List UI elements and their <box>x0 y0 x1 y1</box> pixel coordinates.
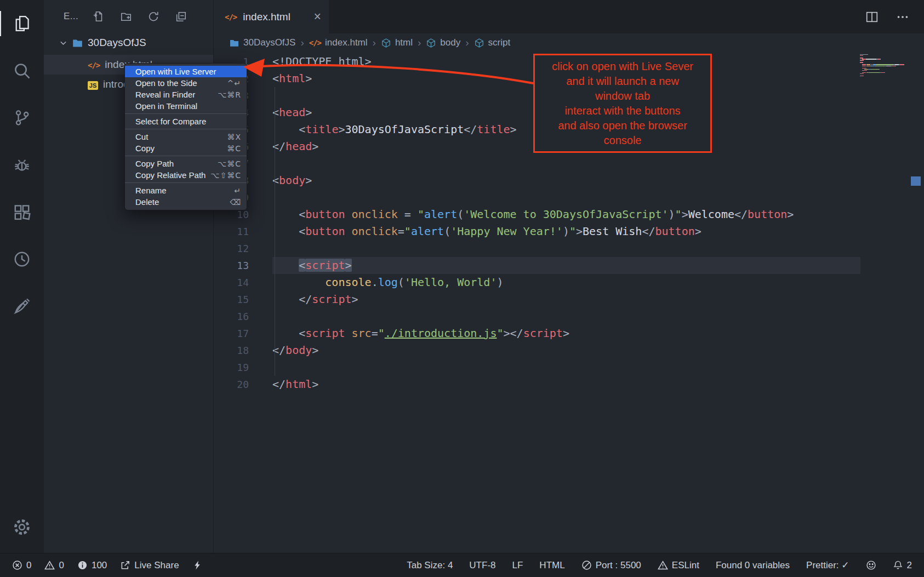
menu-item-open-to-the-side[interactable]: Open to the Side^↵ <box>125 77 247 89</box>
warning-icon <box>658 560 668 570</box>
symbol-cube-icon <box>381 38 391 48</box>
status-eslint[interactable]: ESLint <box>658 560 699 571</box>
menu-item-copy-relative-path[interactable]: Copy Relative Path⌥⇧⌘C <box>125 169 247 181</box>
status-live-share[interactable]: Live Share <box>120 560 179 571</box>
symbol-cube-icon <box>426 38 436 48</box>
status-errors[interactable]: 0 <box>12 560 31 571</box>
activity-bar-item-source-control[interactable] <box>0 94 44 141</box>
menu-item-copy-path[interactable]: Copy Path⌥⌘C <box>125 158 247 169</box>
split-editor-icon[interactable] <box>865 10 879 24</box>
status-feedback[interactable] <box>866 560 876 570</box>
status-eol[interactable]: LF <box>512 560 523 571</box>
code-line-8[interactable]: 8<body> <box>214 172 924 189</box>
collapse-all-icon[interactable] <box>175 10 187 22</box>
status-encoding[interactable]: UTF-8 <box>469 560 495 571</box>
line-number: 13 <box>214 257 249 274</box>
breadcrumb-item-30DaysOfJS[interactable]: 30DaysOfJS <box>229 37 295 48</box>
menu-item-open-with-live-server[interactable]: Open with Live Server <box>125 66 247 77</box>
status-live-server-port[interactable]: Port : 5500 <box>581 560 641 571</box>
activity-bar-item-custom-extension[interactable] <box>0 283 44 330</box>
menu-item-rename[interactable]: Rename↵ <box>125 185 247 196</box>
code-line-13[interactable]: 13 <script> <box>214 257 924 274</box>
close-icon[interactable]: × <box>314 10 321 23</box>
menu-separator <box>125 129 247 129</box>
annotation-box: click on open with Live Severand it will… <box>533 54 712 153</box>
breadcrumb-item-script[interactable]: script <box>474 37 511 48</box>
code-line-14[interactable]: 14 console.log('Hello, World') <box>214 274 924 291</box>
status-go-live[interactable] <box>192 560 203 570</box>
code-line-7[interactable]: 7 <box>214 155 924 172</box>
error-icon <box>12 560 22 570</box>
folder-row-30DaysOfJS[interactable]: 30DaysOfJS <box>44 33 213 53</box>
status-tab-size[interactable]: Tab Size: 4 <box>407 560 453 571</box>
activity-bar-item-search[interactable] <box>0 47 44 94</box>
tab-bar: </> index.html × <box>214 0 924 33</box>
activity-bar-item-explorer[interactable] <box>0 0 44 47</box>
menu-separator <box>125 182 247 183</box>
status-notifications[interactable]: 2 <box>893 560 912 571</box>
extensions-icon <box>12 202 32 222</box>
line-content <box>272 155 860 172</box>
status-warnings[interactable]: 0 <box>44 560 64 571</box>
code-line-15[interactable]: 15 </script> <box>214 291 924 308</box>
new-folder-icon[interactable] <box>120 10 132 22</box>
code-line-10[interactable]: 10 <button onclick = "alert('Welcome to … <box>214 206 924 223</box>
overview-ruler-marker <box>911 176 921 186</box>
menu-item-delete[interactable]: Delete⌫ <box>125 196 247 208</box>
code-line-19[interactable]: 19 <box>214 359 924 376</box>
live-share-icon <box>120 560 130 570</box>
menu-item-label: Rename <box>135 186 167 195</box>
line-content: <button onclick = "alert('Welcome to 30D… <box>272 206 860 223</box>
line-content: <script> <box>272 257 860 274</box>
line-content <box>272 189 860 206</box>
breadcrumb-item-body[interactable]: body <box>426 37 460 48</box>
menu-item-open-in-terminal[interactable]: Open in Terminal <box>125 100 247 112</box>
menu-item-cut[interactable]: Cut⌘X <box>125 131 247 142</box>
menu-item-copy[interactable]: Copy⌘C <box>125 142 247 154</box>
breadcrumb-separator: › <box>373 37 376 49</box>
line-content: </html> <box>272 376 860 393</box>
menu-item-reveal-in-finder[interactable]: Reveal in Finder⌥⌘R <box>125 89 247 100</box>
minimap[interactable] <box>858 53 914 81</box>
menu-item-shortcut: ⌘C <box>227 144 241 153</box>
menu-item-shortcut: ⌥⌘C <box>218 159 241 168</box>
activity-bar-item-extensions[interactable] <box>0 188 44 236</box>
breadcrumb-item-html[interactable]: html <box>381 37 413 48</box>
code-line-12[interactable]: 12 <box>214 240 924 257</box>
context-menu: Open with Live ServerOpen to the Side^↵R… <box>124 63 247 210</box>
menu-item-label: Open in Terminal <box>135 101 197 111</box>
code-line-18[interactable]: 18</body> <box>214 342 924 359</box>
explorer-header: E... <box>44 0 213 33</box>
refresh-icon[interactable] <box>147 10 159 22</box>
status-css-variables[interactable]: Found 0 variables <box>716 560 790 571</box>
line-content: console.log('Hello, World') <box>272 274 860 291</box>
line-number: 20 <box>214 376 249 393</box>
status-right: Tab Size: 4UTF-8LFHTMLPort : 5500ESLintF… <box>407 559 912 571</box>
breadcrumb-label: 30DaysOfJS <box>243 37 295 48</box>
status-label: 100 <box>92 560 107 571</box>
html-file-icon: </> <box>88 59 100 71</box>
status-label: Tab Size: 4 <box>407 560 453 571</box>
menu-separator <box>125 113 247 114</box>
new-file-icon[interactable] <box>93 10 105 22</box>
more-actions-icon[interactable] <box>896 10 910 24</box>
line-content: </script> <box>272 291 860 308</box>
activity-bar-item-timeline[interactable] <box>0 236 44 283</box>
code-line-16[interactable]: 16 <box>214 308 924 325</box>
status-label: 0 <box>26 560 31 571</box>
line-number: 16 <box>214 308 249 325</box>
code-line-17[interactable]: 17 <script src="./introduction.js"></scr… <box>214 325 924 342</box>
files-icon <box>12 14 32 33</box>
tab-index-html[interactable]: </> index.html × <box>214 0 329 33</box>
breadcrumb-item-index.html[interactable]: </>index.html <box>309 37 368 48</box>
status-info-count[interactable]: 100 <box>77 560 107 571</box>
code-line-9[interactable]: 9 <box>214 189 924 206</box>
activity-bar-item-settings[interactable] <box>0 508 44 546</box>
menu-item-select-for-compare[interactable]: Select for Compare <box>125 116 247 127</box>
status-language-mode[interactable]: HTML <box>539 560 564 571</box>
status-prettier[interactable]: Prettier: ✓ <box>806 559 849 571</box>
activity-bar-item-run-debug[interactable] <box>0 141 44 188</box>
line-number: 19 <box>214 359 249 376</box>
code-line-11[interactable]: 11 <button onclick="alert('Happy New Yea… <box>214 223 924 240</box>
code-line-20[interactable]: 20</html> <box>214 376 924 393</box>
